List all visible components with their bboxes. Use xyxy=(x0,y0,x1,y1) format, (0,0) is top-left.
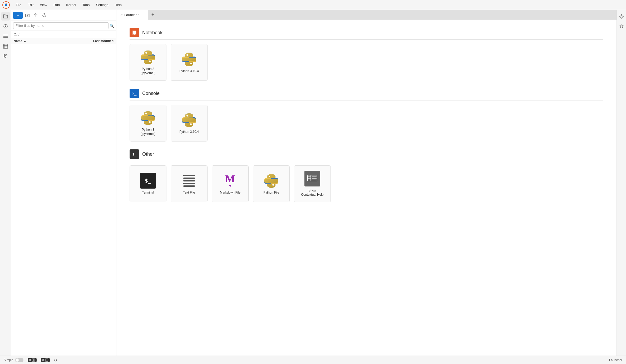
pythonfile-card-label: Python File xyxy=(263,191,279,195)
upload-button[interactable] xyxy=(32,12,40,19)
svg-line-40 xyxy=(623,26,623,26)
tab-bar: ↗ Launcher + xyxy=(116,10,617,20)
file-toolbar: + xyxy=(11,10,116,21)
contextual-help-card[interactable]: ShowContextual Help xyxy=(294,165,331,202)
kernel-count-badge[interactable]: 0 xyxy=(28,358,37,362)
contextual-card-icon xyxy=(304,171,320,186)
launcher-status-label: Launcher xyxy=(609,358,622,362)
other-section-title: Other xyxy=(142,151,154,157)
path-text[interactable]: / xyxy=(18,32,19,36)
menu-tabs[interactable]: Tabs xyxy=(80,2,92,8)
console-section-icon: >_ xyxy=(130,89,139,98)
svg-point-38 xyxy=(620,25,623,28)
terminal-card[interactable]: $_ Terminal xyxy=(130,165,166,202)
app-logo xyxy=(2,1,10,9)
search-bar: 🔍 xyxy=(11,21,116,31)
toggle-switch-control[interactable] xyxy=(15,358,23,362)
new-launcher-button[interactable]: + xyxy=(13,12,23,19)
pythonfile-card[interactable]: Python File xyxy=(253,165,290,202)
right-bug-icon[interactable] xyxy=(617,22,626,31)
main-area: ↗ Launcher + Notebook xyxy=(116,10,617,356)
right-gear-icon[interactable] xyxy=(617,12,626,21)
new-folder-button[interactable] xyxy=(24,12,31,19)
menubar: File Edit View Run Kernel Tabs Settings … xyxy=(0,0,626,10)
svg-point-3 xyxy=(5,26,6,27)
sort-icon: ▲ xyxy=(23,39,27,43)
textfile-card-label: Text File xyxy=(183,191,195,195)
notebook-section-header: Notebook xyxy=(130,28,603,40)
left-icon-sidebar xyxy=(0,10,11,356)
svg-point-21 xyxy=(149,60,151,62)
menu-edit[interactable]: Edit xyxy=(25,2,36,8)
svg-point-20 xyxy=(145,52,147,54)
col-modified-header: Last Modified xyxy=(77,39,114,43)
search-input[interactable] xyxy=(13,22,109,29)
menu-kernel[interactable]: Kernel xyxy=(63,2,79,8)
file-panel: + xyxy=(11,10,116,356)
svg-point-22 xyxy=(186,54,188,56)
notebook-section: Notebook xyxy=(130,28,603,81)
console-python3-card[interactable]: Python 3(ipykernel) xyxy=(130,105,166,141)
settings-icon-statusbar[interactable]: ⚙ xyxy=(54,358,57,362)
other-section-icon: $_ xyxy=(130,149,139,159)
svg-line-39 xyxy=(619,26,620,26)
notebook-section-icon xyxy=(130,28,139,37)
console-section-title: Console xyxy=(142,91,160,96)
notebook-python310-label: Python 3.10.4 xyxy=(179,69,199,73)
running-sidebar-icon[interactable] xyxy=(1,22,10,31)
menu-file[interactable]: File xyxy=(13,2,24,8)
menu-help[interactable]: Help xyxy=(112,2,124,8)
kernel-count: 0 xyxy=(29,358,31,362)
notebook-python3-label: Python 3(ipykernel) xyxy=(141,67,155,75)
terminal-card-label: Terminal xyxy=(142,191,154,195)
folder-sidebar-icon[interactable] xyxy=(1,12,10,21)
markdown-card-icon: M ▼ xyxy=(222,173,238,189)
statusbar: Simple 0 0 ⚙ Launcher xyxy=(0,356,626,364)
notebook-section-title: Notebook xyxy=(142,30,162,36)
puzzle-sidebar-icon[interactable] xyxy=(1,52,10,60)
add-tab-button[interactable]: + xyxy=(148,10,157,20)
search-icon: 🔍 xyxy=(110,24,114,28)
terminal-card-icon: $_ xyxy=(140,173,156,189)
menu-settings[interactable]: Settings xyxy=(93,2,111,8)
launcher-content: Notebook xyxy=(116,20,617,356)
simple-mode-toggle[interactable]: Simple xyxy=(4,358,23,362)
other-section-header: $_ Other xyxy=(130,149,603,161)
notebook-python310-card[interactable]: Python 3.10.4 xyxy=(171,44,208,81)
markdown-card[interactable]: M ▼ Markdown File xyxy=(212,165,249,202)
plus-icon: + xyxy=(17,13,19,17)
menu-run[interactable]: Run xyxy=(51,2,62,8)
launcher-tab[interactable]: ↗ Launcher xyxy=(116,10,148,20)
toc-sidebar-icon[interactable] xyxy=(1,32,10,41)
file-header: Name ▲ Last Modified xyxy=(11,38,116,44)
console-section-header: >_ Console xyxy=(130,89,603,100)
notebook-cards: Python 3(ipykernel) xyxy=(130,44,603,81)
svg-point-37 xyxy=(621,16,622,17)
svg-point-26 xyxy=(186,115,188,117)
svg-point-29 xyxy=(272,184,274,186)
markdown-card-label: Markdown File xyxy=(220,191,240,195)
svg-point-28 xyxy=(269,176,270,177)
other-cards: $_ Terminal Text File xyxy=(130,165,603,202)
col-name-header[interactable]: Name ▲ xyxy=(14,39,77,43)
textfile-card[interactable]: Text File xyxy=(171,165,208,202)
console-python310-card[interactable]: Python 3.10.4 xyxy=(171,105,208,141)
console-cards: Python 3(ipykernel) xyxy=(130,105,603,141)
svg-point-23 xyxy=(190,63,192,64)
textfile-card-icon xyxy=(181,173,197,189)
svg-line-44 xyxy=(623,28,623,28)
right-sidebar xyxy=(617,10,626,356)
grid-sidebar-icon[interactable] xyxy=(1,42,10,50)
svg-point-25 xyxy=(149,121,151,123)
console-python3-label: Python 3(ipykernel) xyxy=(141,128,155,136)
notebook-python3-card[interactable]: Python 3(ipykernel) xyxy=(130,44,166,81)
svg-line-43 xyxy=(619,28,620,28)
menu-view[interactable]: View xyxy=(37,2,50,8)
refresh-button[interactable] xyxy=(41,12,48,19)
terminal-count-badge[interactable]: 0 xyxy=(41,358,50,362)
file-list xyxy=(11,44,116,356)
toggle-knob xyxy=(16,358,19,362)
simple-label: Simple xyxy=(4,358,13,362)
svg-rect-49 xyxy=(45,359,48,361)
svg-point-27 xyxy=(190,123,192,125)
